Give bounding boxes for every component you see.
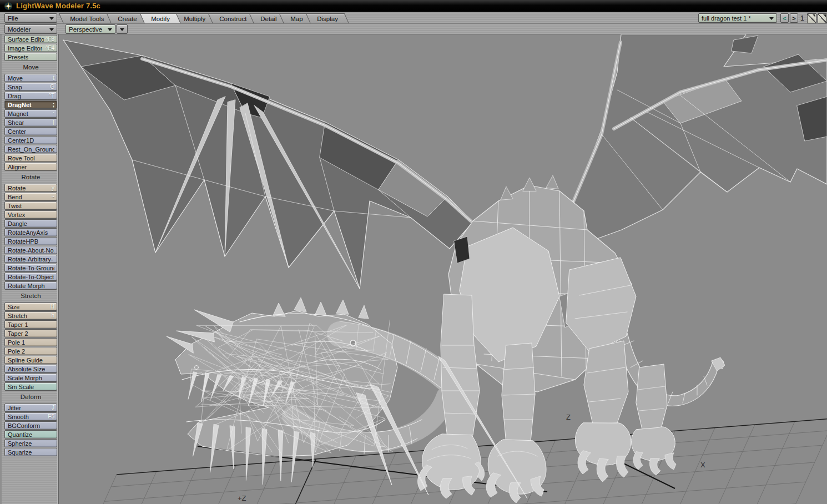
- tool-stretch[interactable]: Stretchh: [4, 311, 57, 320]
- tool-surface-editor[interactable]: Surface Editor^F3: [4, 35, 57, 43]
- tool-label: Aligner: [8, 164, 27, 170]
- hind-leg-far: [631, 364, 676, 475]
- tool-pole-2[interactable]: Pole 2: [4, 347, 57, 355]
- object-selector[interactable]: full dragon test 1 *: [698, 13, 777, 23]
- tool-label: Vortex: [8, 211, 25, 218]
- tool-shear[interactable]: Shear[: [4, 118, 57, 127]
- tool-aligner[interactable]: Aligner: [4, 163, 57, 171]
- tool-size[interactable]: SizeH: [4, 303, 57, 311]
- titlebar[interactable]: LightWave Modeler 7.5c: [0, 0, 827, 12]
- tool-label: Dangle: [8, 220, 27, 227]
- tool-label: RotateAnyAxis: [8, 229, 48, 236]
- tool-label: Rotate-Arbitrary- ...: [8, 256, 54, 263]
- tool-absolute-size[interactable]: Absolute Size: [4, 365, 57, 373]
- tool-quantize[interactable]: Quantize: [4, 430, 57, 439]
- tool-shortcut: y: [52, 185, 54, 191]
- tool-label: Spline Guide: [8, 357, 43, 364]
- tool-magnet[interactable]: Magnet:: [4, 109, 57, 118]
- tool-rotatehpb[interactable]: RotateHPB: [4, 237, 57, 245]
- viewport-3d[interactable]: Z X +Z: [59, 34, 827, 504]
- layer-button-1[interactable]: [807, 13, 816, 23]
- tool-shortcut: ^F3: [46, 36, 54, 43]
- tool-dangle[interactable]: Dangle: [4, 219, 57, 228]
- file-menu-button[interactable]: File: [4, 13, 57, 23]
- tool-spline-guide[interactable]: Spline Guide: [4, 356, 57, 364]
- tool-bend[interactable]: Bend~: [4, 193, 57, 201]
- toolbar-row-tabs: File Model ToolsCreateModifyMultiplyCons…: [0, 12, 827, 24]
- window-title: LightWave Modeler 7.5c: [16, 2, 100, 10]
- tool-label: Taper 1: [8, 321, 28, 328]
- tool-drag[interactable]: Drag^T: [4, 92, 57, 100]
- tool-dragnet[interactable]: DragNet;: [4, 100, 57, 109]
- tool-label: Pole 1: [8, 339, 25, 346]
- tab-label: Model Tools: [70, 16, 104, 22]
- tool-smooth[interactable]: SmoothF5: [4, 412, 57, 421]
- tool-rotate-to-ground[interactable]: Rotate-To-Ground: [4, 264, 57, 272]
- tool-vortex[interactable]: Vortex: [4, 210, 57, 219]
- prev-object-button[interactable]: <: [780, 13, 789, 23]
- tool-label: Presets: [8, 54, 28, 61]
- tab-label: Map: [290, 16, 302, 22]
- right-wing: [550, 34, 827, 255]
- tool-presets[interactable]: Presets: [4, 53, 57, 61]
- view-mode-label: Perspective: [69, 26, 102, 33]
- tool-spherize[interactable]: Spherize: [4, 439, 57, 447]
- tool-taper-1[interactable]: Taper 1: [4, 320, 57, 329]
- tool-rotate-to-object[interactable]: Rotate-To-Object: [4, 273, 57, 281]
- tab-display[interactable]: Display: [305, 13, 349, 24]
- tool-squarize[interactable]: Squarize: [4, 448, 57, 456]
- tool-shortcut: ;: [53, 102, 54, 108]
- tool-shortcut: [: [53, 119, 54, 126]
- tool-scale-morph[interactable]: Scale Morph: [4, 374, 57, 382]
- tool-label: Rest_On_Ground: [8, 146, 54, 153]
- tool-shortcut: F5: [48, 414, 54, 420]
- tool-shortcut: ~: [51, 194, 54, 200]
- tool-label: Stretch: [8, 313, 27, 319]
- next-object-button[interactable]: >: [790, 13, 798, 23]
- tool-label: Squarize: [8, 449, 32, 456]
- left-wing: [63, 40, 473, 289]
- tool-label: Drag: [8, 93, 21, 99]
- modeler-menu-button[interactable]: Modeler: [4, 24, 57, 34]
- tool-rest-on-ground[interactable]: Rest_On_Ground: [4, 145, 57, 153]
- section-header-rotate: Rotate: [4, 174, 57, 182]
- toolbar-row-view: Modeler Perspective: [0, 24, 827, 34]
- tool-label: Center: [8, 128, 26, 135]
- tool-rotate-arbitrary[interactable]: Rotate-Arbitrary- ...: [4, 255, 57, 263]
- tool-shortcut: :: [53, 110, 54, 117]
- tool-jitter[interactable]: JitterJ: [4, 404, 57, 412]
- tool-label: BGConform: [8, 422, 40, 429]
- view-mode-selector[interactable]: Perspective: [65, 24, 115, 34]
- tool-label: Absolute Size: [8, 366, 45, 372]
- tool-rotate-morph[interactable]: Rotate Morph: [4, 281, 57, 290]
- chevron-down-icon: [49, 28, 54, 31]
- tool-rotate[interactable]: Rotatey: [4, 184, 57, 192]
- tool-taper-2[interactable]: Taper 2: [4, 329, 57, 337]
- tool-image-editor[interactable]: Image Editor^F4: [4, 44, 57, 52]
- tool-sm-scale[interactable]: Sm Scale: [4, 382, 57, 391]
- tool-pole-1[interactable]: Pole 1: [4, 338, 57, 346]
- tool-move[interactable]: Movet: [4, 74, 57, 82]
- tab-label: Modify: [151, 16, 170, 22]
- view-options-button[interactable]: [117, 24, 128, 34]
- tool-rotateanyaxis[interactable]: RotateAnyAxis: [4, 228, 57, 236]
- tool-snap[interactable]: SnapG: [4, 83, 57, 91]
- tab-label: Multiply: [184, 16, 205, 22]
- section-header-move: Move: [4, 64, 57, 72]
- tab-label: Detail: [260, 16, 276, 22]
- tool-shortcut: h: [51, 313, 54, 319]
- tool-rove-tool[interactable]: Rove Tool: [4, 154, 57, 162]
- tool-shortcut: J: [52, 405, 54, 411]
- tool-label: RotateHPB: [8, 238, 38, 245]
- tab-label: Construct: [219, 16, 246, 22]
- tool-label: Taper 2: [8, 330, 28, 337]
- tool-bgconform[interactable]: BGConform: [4, 421, 57, 430]
- tool-label: Move: [8, 75, 23, 82]
- tab-modify[interactable]: Modify: [139, 13, 180, 24]
- tool-rotate-about-no[interactable]: Rotate-About-No...: [4, 246, 57, 254]
- tool-label: Rotate-About-No...: [8, 247, 54, 254]
- tool-twist[interactable]: Twist: [4, 201, 57, 210]
- layer-button-2[interactable]: [818, 13, 827, 23]
- tool-center[interactable]: Center: [4, 127, 57, 135]
- tool-center1d[interactable]: Center1D: [4, 136, 57, 144]
